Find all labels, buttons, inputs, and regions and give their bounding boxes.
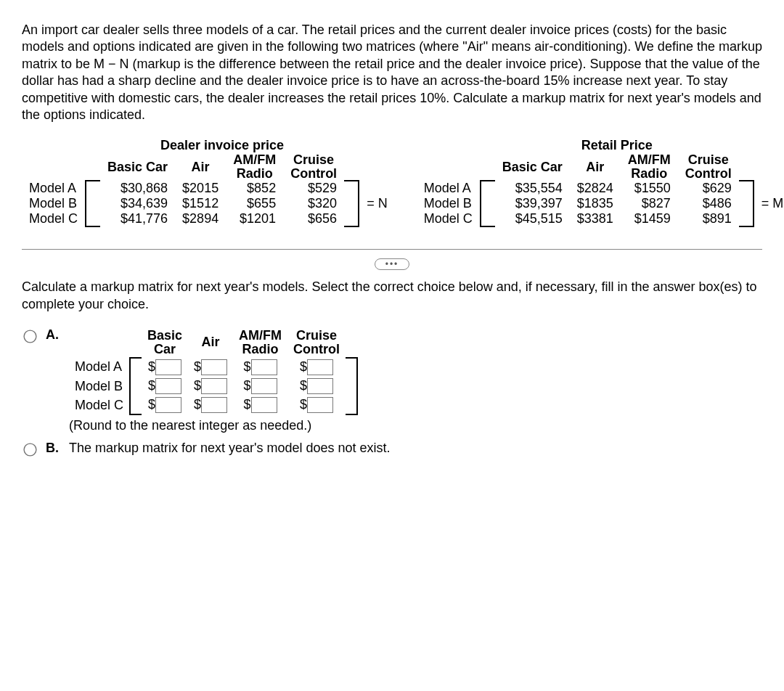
n-c-basic: $41,776 bbox=[100, 211, 175, 226]
equals-n: = N bbox=[359, 181, 395, 226]
choice-a-label: A. bbox=[46, 327, 60, 343]
col-amfm-m: AM/FMRadio bbox=[621, 153, 678, 181]
col-basic: Basic Car bbox=[100, 153, 175, 181]
n-c-air: $2894 bbox=[175, 211, 226, 226]
m-b-cruise: $486 bbox=[678, 196, 739, 211]
ans-c-cruise[interactable] bbox=[307, 397, 333, 413]
col-amfm: AM/FMRadio bbox=[226, 153, 283, 181]
ans-row-c: Model C bbox=[69, 396, 130, 414]
col-basic-m: Basic Car bbox=[495, 153, 570, 181]
radio-choice-a[interactable] bbox=[23, 330, 36, 343]
n-a-amfm: $852 bbox=[226, 181, 283, 196]
ans-col-cruise: CruiseControl bbox=[287, 327, 346, 358]
row-a: Model A bbox=[22, 181, 86, 196]
matrix-m-block: Retail Price Basic Car Air AM/FMRadio Cr… bbox=[417, 138, 784, 227]
m-a-cruise: $629 bbox=[678, 181, 739, 196]
m-c-air: $3381 bbox=[570, 211, 621, 226]
ans-col-amfm: AM/FMRadio bbox=[233, 327, 287, 358]
round-note: (Round to the nearest integer as needed.… bbox=[69, 418, 358, 433]
radio-choice-b[interactable] bbox=[23, 443, 36, 457]
n-b-amfm: $655 bbox=[226, 196, 283, 211]
n-c-cruise: $656 bbox=[283, 211, 344, 226]
m-a-basic: $35,554 bbox=[495, 181, 570, 196]
matrix-n-block: Dealer invoice price Basic Car Air AM/FM… bbox=[22, 138, 395, 227]
matrix-n-table: Dealer invoice price Basic Car Air AM/FM… bbox=[22, 138, 395, 227]
more-icon[interactable]: ••• bbox=[375, 258, 410, 270]
col-cruise-m: CruiseControl bbox=[678, 153, 739, 181]
ans-a-basic[interactable] bbox=[155, 359, 181, 375]
choice-b-label: B. bbox=[46, 441, 60, 456]
question-prompt: Calculate a markup matrix for next year'… bbox=[22, 279, 762, 313]
ans-b-air[interactable] bbox=[201, 378, 227, 394]
m-c-amfm: $1459 bbox=[621, 211, 678, 226]
m-a-amfm: $1550 bbox=[621, 181, 678, 196]
divider bbox=[22, 249, 762, 250]
choice-b: B. The markup matrix for next year's mod… bbox=[22, 441, 762, 456]
answer-matrix: BasicCar Air AM/FMRadio CruiseControl Mo… bbox=[69, 327, 358, 416]
m-b-basic: $39,397 bbox=[495, 196, 570, 211]
row-c: Model C bbox=[22, 211, 86, 226]
ans-row-a: Model A bbox=[69, 358, 130, 377]
row-b-m: Model B bbox=[417, 196, 481, 211]
m-c-basic: $45,515 bbox=[495, 211, 570, 226]
n-b-air: $1512 bbox=[175, 196, 226, 211]
col-air-m: Air bbox=[570, 153, 621, 181]
m-a-air: $2824 bbox=[570, 181, 621, 196]
m-c-cruise: $891 bbox=[678, 211, 739, 226]
choice-b-text: The markup matrix for next year's model … bbox=[69, 441, 391, 456]
col-cruise: CruiseControl bbox=[283, 153, 344, 181]
ans-a-cruise[interactable] bbox=[307, 359, 333, 375]
ans-row-b: Model B bbox=[69, 377, 130, 396]
ans-a-amfm[interactable] bbox=[251, 359, 277, 375]
ans-b-basic[interactable] bbox=[155, 378, 181, 394]
m-b-amfm: $827 bbox=[621, 196, 678, 211]
matrix-n-title: Dealer invoice price bbox=[100, 138, 344, 153]
col-air: Air bbox=[175, 153, 226, 181]
matrix-m-title: Retail Price bbox=[495, 138, 739, 153]
n-b-cruise: $320 bbox=[283, 196, 344, 211]
ans-b-cruise[interactable] bbox=[307, 378, 333, 394]
n-b-basic: $34,639 bbox=[100, 196, 175, 211]
row-b: Model B bbox=[22, 196, 86, 211]
problem-statement: An import car dealer sells three models … bbox=[22, 22, 762, 123]
m-b-air: $1835 bbox=[570, 196, 621, 211]
row-a-m: Model A bbox=[417, 181, 481, 196]
n-a-cruise: $529 bbox=[283, 181, 344, 196]
ans-c-air[interactable] bbox=[201, 397, 227, 413]
ans-a-air[interactable] bbox=[201, 359, 227, 375]
n-a-air: $2015 bbox=[175, 181, 226, 196]
choice-a: A. BasicCar Air AM/FMRadio CruiseControl… bbox=[22, 327, 762, 434]
equals-m: = M bbox=[754, 181, 784, 226]
ans-col-air: Air bbox=[188, 327, 233, 358]
n-c-amfm: $1201 bbox=[226, 211, 283, 226]
ans-c-basic[interactable] bbox=[155, 397, 181, 413]
n-a-basic: $30,868 bbox=[100, 181, 175, 196]
given-matrices: Dealer invoice price Basic Car Air AM/FM… bbox=[22, 138, 762, 227]
row-c-m: Model C bbox=[417, 211, 481, 226]
ans-c-amfm[interactable] bbox=[251, 397, 277, 413]
matrix-m-table: Retail Price Basic Car Air AM/FMRadio Cr… bbox=[417, 138, 784, 227]
ans-b-amfm[interactable] bbox=[251, 378, 277, 394]
ans-col-basic: BasicCar bbox=[142, 327, 188, 358]
